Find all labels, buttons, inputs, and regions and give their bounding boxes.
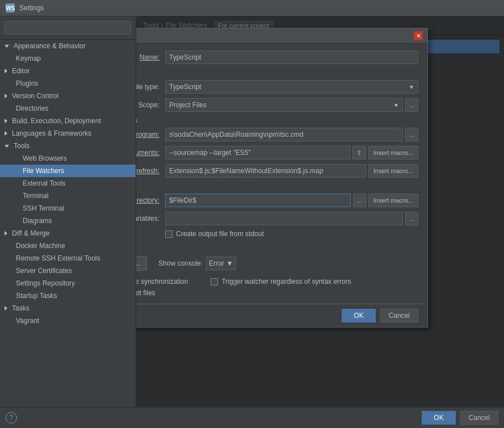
create-output-checkbox[interactable] — [165, 230, 173, 238]
sidebar-item-vagrant[interactable]: Vagrant — [0, 314, 136, 327]
arguments-insert-icon-button[interactable]: ⇧ — [352, 146, 366, 160]
bottom-ok-button[interactable]: OK — [422, 411, 455, 425]
dialog-close-button[interactable]: ✕ — [414, 31, 423, 40]
track-root-label: Track only root files — [136, 289, 156, 297]
sidebar-item-label: Version Control — [12, 92, 58, 100]
trigger-label: Trigger watcher regardless of syntax err… — [221, 278, 351, 286]
sidebar-item-label: Directories — [16, 104, 48, 112]
sidebar-item-keymap[interactable]: Keymap — [0, 52, 136, 65]
sidebar-item-editor[interactable]: Editor — [0, 65, 136, 77]
arguments-control: ⇧ Insert macro... — [165, 146, 418, 160]
console-value: Error — [209, 259, 224, 267]
sidebar-item-label: Editor — [12, 67, 30, 75]
env-vars-browse-button[interactable]: ... — [405, 212, 418, 225]
sidebar-item-version-control[interactable]: Version Control — [0, 90, 136, 102]
file-type-row: File type: TypeScript ▼ — [136, 80, 418, 94]
sidebar-item-diagrams[interactable]: Diagrams — [0, 215, 136, 227]
file-type-value: TypeScript — [169, 83, 201, 91]
env-vars-control: ... — [165, 212, 418, 225]
expand-icon — [5, 69, 7, 73]
sidebar-item-label: Settings Repository — [16, 279, 75, 287]
sidebar-item-terminal[interactable]: Terminal — [0, 190, 136, 202]
file-type-control: TypeScript ▼ — [165, 80, 418, 94]
app-icon: WS — [6, 3, 15, 12]
ok-button[interactable]: OK — [342, 309, 375, 322]
sidebar-item-build[interactable]: Build, Execution, Deployment — [0, 115, 136, 127]
sidebar-item-languages[interactable]: Languages & Frameworks — [0, 127, 136, 140]
sidebar-item-ssh-terminal[interactable]: SSH Terminal — [0, 202, 136, 215]
show-console-select[interactable]: Error ▼ — [206, 257, 236, 270]
sidebar-item-remote-ssh[interactable]: Remote SSH External Tools — [0, 252, 136, 265]
sidebar-item-file-watchers[interactable]: File Watchers — [0, 165, 136, 177]
sidebar-item-label: Diagrams — [23, 217, 52, 225]
search-input[interactable] — [5, 21, 131, 35]
name-row: Name: — [136, 51, 418, 64]
sidebar-item-directories[interactable]: Directories — [0, 102, 136, 115]
search-box — [0, 16, 136, 40]
env-vars-input[interactable] — [165, 212, 403, 225]
working-dir-browse-button[interactable]: ... — [353, 194, 366, 207]
sidebar-item-tools[interactable]: Tools — [0, 140, 136, 152]
sidebar-item-tasks[interactable]: Tasks — [0, 302, 136, 314]
program-input[interactable] — [165, 128, 403, 141]
working-dir-insert-macro-button[interactable]: Insert macro... — [368, 194, 418, 207]
right-panel: Tools › File Watchers For current projec… — [136, 16, 504, 407]
bottom-cancel-button[interactable]: Cancel — [460, 411, 498, 425]
name-label: Name: — [136, 53, 165, 61]
trigger-checkbox[interactable] — [211, 278, 218, 286]
expand-icon — [5, 145, 9, 148]
other-options-toggle[interactable]: Other Options — [136, 182, 418, 190]
name-input[interactable] — [165, 51, 418, 64]
sidebar-item-server-certs[interactable]: Server Certificates — [0, 265, 136, 277]
sidebar-item-label: Tasks — [12, 304, 30, 312]
sidebar-item-web-browsers[interactable]: Web Browsers — [0, 152, 136, 165]
scope-select[interactable]: Project Files ▼ — [165, 98, 403, 112]
checkboxes-group: Immediate file synchronization Trigger w… — [136, 274, 418, 286]
scope-row: Scope: Project Files ▼ ... — [136, 98, 418, 112]
arguments-row: Arguments: ⇧ Insert macro... — [136, 146, 418, 160]
scope-value: Project Files — [169, 101, 207, 109]
create-output-label: Create output file from stdout — [176, 230, 264, 238]
program-browse-button[interactable]: ... — [405, 128, 418, 141]
dialog-title-bar: WS Edit Watcher ✕ — [136, 28, 427, 44]
cancel-button[interactable]: Cancel — [380, 309, 418, 322]
watcher-settings-section: Watcher Settings — [136, 116, 418, 124]
show-console-label: Show console: — [158, 259, 203, 267]
expand-icon — [5, 231, 7, 236]
bottom-help-icon[interactable]: ? — [6, 412, 17, 423]
sidebar-item-label: Docker Machine — [16, 242, 65, 250]
sidebar-item-plugins[interactable]: Plugins — [0, 77, 136, 90]
working-dir-row: Working directory: ... Insert macro... — [136, 194, 418, 207]
expand-icon — [5, 45, 9, 48]
output-paths-input[interactable] — [165, 164, 366, 178]
program-label: Program: — [136, 131, 165, 139]
sidebar-item-docker-machine[interactable]: Docker Machine — [0, 240, 136, 252]
file-type-select[interactable]: TypeScript ▼ — [165, 80, 418, 94]
output-filters-button[interactable]: Output Filters... — [136, 256, 147, 271]
arguments-input[interactable] — [165, 146, 350, 160]
sidebar-item-label: Remote SSH External Tools — [16, 254, 100, 262]
sidebar-item-label: Plugins — [16, 79, 38, 87]
arguments-insert-macro-button[interactable]: Insert macro... — [368, 146, 418, 160]
window-title: Settings — [19, 4, 44, 12]
sidebar-item-appearance[interactable]: Appearance & Behavior — [0, 40, 136, 52]
sidebar-item-external-tools[interactable]: External Tools — [0, 177, 136, 190]
scope-more-button[interactable]: ... — [405, 98, 418, 112]
dialog-body: Name: Watched Files File type: TypeScrip… — [136, 44, 427, 304]
expand-icon — [5, 131, 7, 136]
sidebar-item-label: Languages & Frameworks — [12, 129, 91, 137]
output-insert-macro-button[interactable]: Insert macro... — [368, 164, 418, 178]
sidebar-item-label: Appearance & Behavior — [14, 42, 86, 50]
working-dir-input[interactable] — [165, 194, 351, 207]
output-paths-row: Output paths to refresh: Insert macro... — [136, 164, 418, 178]
sidebar: Appearance & Behavior Keymap Editor Plug… — [0, 16, 136, 407]
edit-watcher-dialog: WS Edit Watcher ✕ Name: Watched F — [136, 28, 428, 328]
sidebar-item-settings-repo[interactable]: Settings Repository — [0, 277, 136, 289]
sidebar-item-label: Server Certificates — [16, 267, 72, 275]
create-output-row: Create output file from stdout — [136, 230, 418, 238]
sidebar-item-startup-tasks[interactable]: Startup Tasks — [0, 289, 136, 302]
dropdown-arrow-icon: ▼ — [409, 84, 414, 90]
sidebar-item-diff-merge[interactable]: Diff & Merge — [0, 227, 136, 240]
trigger-row: Trigger watcher regardless of syntax err… — [211, 278, 351, 286]
dialog-footer: ? OK Cancel — [136, 304, 427, 327]
